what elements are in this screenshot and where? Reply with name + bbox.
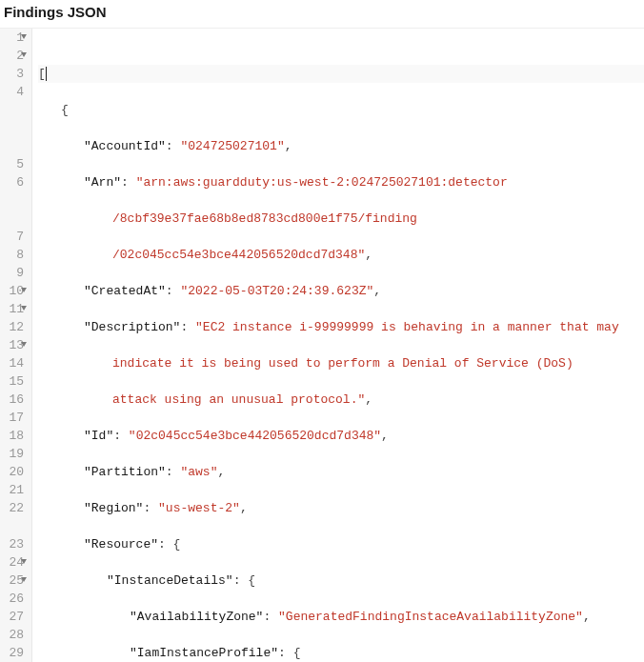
code-line[interactable]: "CreatedAt": "2022-05-03T20:24:39.623Z", bbox=[38, 282, 644, 300]
code-line[interactable]: "Partition": "aws", bbox=[38, 463, 644, 481]
code-line[interactable]: "AccountId": "024725027101", bbox=[38, 137, 644, 155]
code-line[interactable]: "Resource": { bbox=[38, 535, 644, 553]
code-line[interactable]: "AvailabilityZone": "GeneratedFindingIns… bbox=[38, 608, 644, 626]
code-line[interactable]: "Description": "EC2 instance i-99999999 … bbox=[38, 318, 644, 336]
code-line[interactable]: "IamInstanceProfile": { bbox=[38, 644, 644, 662]
code-line[interactable]: "InstanceDetails": { bbox=[38, 572, 644, 590]
code-line[interactable]: [ bbox=[38, 65, 644, 83]
code-line[interactable]: "Arn": "arn:aws:guardduty:us-west-2:0247… bbox=[38, 173, 644, 191]
code-line[interactable]: { bbox=[38, 101, 644, 119]
code-line-wrap[interactable]: attack using an unusual protocol.", bbox=[38, 391, 644, 409]
code-line[interactable]: "Id": "02c045cc54e3bce442056520dcd7d348"… bbox=[38, 427, 644, 445]
code-line[interactable]: "Region": "us-west-2", bbox=[38, 499, 644, 517]
json-editor[interactable]: 1234567891011121314151617181920212223242… bbox=[0, 28, 644, 662]
code-line-wrap[interactable]: indicate it is being used to perform a D… bbox=[38, 354, 644, 372]
text-cursor bbox=[46, 67, 47, 81]
code-area[interactable]: [ { "AccountId": "024725027101", "Arn": … bbox=[32, 29, 644, 662]
code-line-wrap[interactable]: /8cbf39e37fae68b8ed8783cd800e1f75/findin… bbox=[38, 210, 644, 228]
code-line-wrap[interactable]: /02c045cc54e3bce442056520dcd7d348", bbox=[38, 246, 644, 264]
line-gutter: 1234567891011121314151617181920212223242… bbox=[0, 29, 32, 662]
panel-title: Findings JSON bbox=[0, 0, 644, 28]
